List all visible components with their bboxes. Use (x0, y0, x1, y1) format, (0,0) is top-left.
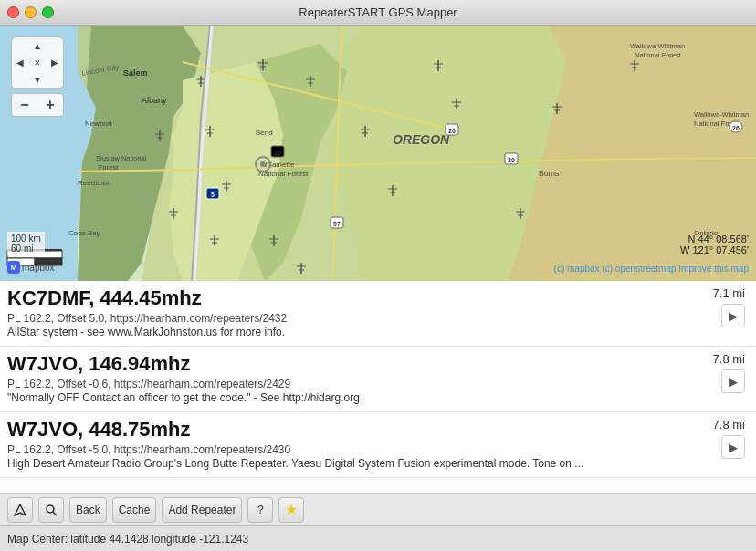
toolbar: Back Cache Add Repeater ? ★ (0, 493, 756, 525)
mapbox-logo: M mapbox (7, 261, 55, 274)
map-controls: ▲ ◀ ✕ ▶ ▼ − + (11, 36, 64, 117)
nav-topright (47, 38, 62, 53)
search-icon (45, 504, 58, 516)
repeater-title: W7JVO, 448.75mhz (7, 418, 681, 442)
svg-text:20: 20 (508, 157, 515, 163)
svg-text:26: 26 (448, 128, 456, 134)
nav-up[interactable]: ▲ (30, 38, 45, 53)
svg-text:26: 26 (732, 125, 740, 131)
repeater-title: W7JVO, 146.94mhz (7, 352, 681, 376)
repeater-right: 7.1 mi▶ (681, 286, 745, 327)
svg-text:20: 20 (274, 150, 281, 156)
svg-text:Burns: Burns (539, 169, 559, 178)
repeater-right: 7.8 mi▶ (681, 352, 745, 393)
map-zoom[interactable]: − + (11, 93, 64, 117)
repeater-note: "Normally OFF Contact an officer to get … (7, 391, 681, 404)
add-repeater-button[interactable]: Add Repeater (162, 497, 242, 523)
nav-bottomleft (13, 73, 27, 88)
nav-down[interactable]: ▼ (30, 73, 45, 88)
svg-line-94 (53, 512, 57, 515)
repeater-navigate-button[interactable]: ▶ (721, 435, 745, 459)
improve-map-link[interactable]: Improve this map (678, 264, 749, 274)
zoom-out-button[interactable]: − (15, 97, 34, 113)
location-button[interactable] (7, 497, 33, 523)
status-text: Map Center: latitude 44.1428 longitude -… (7, 533, 248, 546)
svg-text:97: 97 (333, 221, 341, 227)
mapbox-attribution[interactable]: (c) mapbox (554, 264, 600, 274)
nav-right[interactable]: ▶ (47, 56, 62, 70)
window-buttons (7, 6, 54, 18)
statusbar: Map Center: latitude 44.1428 longitude -… (0, 525, 756, 551)
repeater-item: KC7DMF, 444.45mhzPL 162.2, Offset 5.0, h… (0, 281, 756, 347)
coord-lat: N 44° 08.568' (680, 234, 749, 244)
repeater-navigate-button[interactable]: ▶ (721, 304, 745, 327)
window-title: RepeaterSTART GPS Mapper (299, 5, 457, 19)
titlebar: RepeaterSTART GPS Mapper (0, 0, 756, 26)
repeater-sub: PL 162.2, Offset 5.0, https://hearham.co… (7, 312, 681, 325)
svg-text:Salem: Salem (123, 68, 148, 78)
svg-text:Newport: Newport (85, 120, 113, 128)
repeater-list: KC7DMF, 444.45mhzPL 162.2, Offset 5.0, h… (0, 281, 756, 493)
map-scale: 100 km 60 mi (7, 232, 45, 255)
coord-lon: W 121° 07.456' (680, 244, 749, 255)
map-coordinates: N 44° 08.568' W 121° 07.456' (680, 234, 749, 255)
openstreetmap-attribution[interactable]: (c) openstreetmap (602, 264, 676, 274)
location-icon (14, 504, 26, 516)
svg-text:Wallowa-Whitman: Wallowa-Whitman (630, 42, 685, 50)
svg-text:Bend: Bend (256, 129, 273, 137)
svg-point-93 (47, 505, 54, 513)
map-attribution: (c) mapbox (c) openstreetmap Improve thi… (554, 264, 749, 274)
svg-text:Coos Bay: Coos Bay (68, 229, 100, 237)
favorites-button[interactable]: ★ (278, 497, 304, 523)
svg-text:Forest: Forest (99, 163, 119, 172)
help-button[interactable]: ? (247, 497, 273, 523)
repeater-navigate-button[interactable]: ▶ (721, 369, 745, 393)
search-button[interactable] (38, 497, 64, 523)
repeater-right: 7.8 mi▶ (681, 418, 745, 459)
nav-left[interactable]: ◀ (13, 56, 27, 70)
mapbox-label: mapbox (22, 263, 55, 273)
repeater-info: W7JVO, 448.75mhzPL 162.2, Offset -5.0, h… (7, 418, 681, 470)
repeater-title: KC7DMF, 444.45mhz (7, 286, 681, 310)
minimize-button[interactable] (25, 6, 37, 18)
map-area[interactable]: Salem Albany Newport Lincoln City Reedsp… (0, 26, 756, 281)
repeater-note: AllStar system - see www.MarkJohnston.us… (7, 326, 681, 338)
repeater-item: W7JVO, 448.75mhzPL 162.2, Offset -5.0, h… (0, 412, 756, 478)
repeater-item: W7JVO, 146.94mhzPL 162.2, Offset -0.6, h… (0, 347, 756, 412)
repeater-distance: 7.8 mi (713, 352, 745, 366)
repeater-distance: 7.8 mi (713, 418, 745, 431)
svg-point-36 (260, 161, 266, 167)
scale-km: 100 km (11, 234, 41, 244)
cache-button[interactable]: Cache (112, 497, 157, 523)
repeater-sub: PL 162.2, Offset -5.0, https://hearham.c… (7, 443, 681, 456)
mapbox-icon: M (7, 261, 20, 274)
svg-text:Reedsport: Reedsport (78, 179, 112, 187)
repeater-sub: PL 162.2, Offset -0.6, https://hearham.c… (7, 378, 681, 390)
svg-text:OREGON: OREGON (393, 132, 450, 147)
back-button[interactable]: Back (69, 497, 107, 523)
close-button[interactable] (7, 6, 19, 18)
nav-topleft (13, 38, 27, 53)
maximize-button[interactable] (42, 6, 54, 18)
repeater-info: KC7DMF, 444.45mhzPL 162.2, Offset 5.0, h… (7, 286, 681, 338)
svg-marker-92 (15, 504, 26, 515)
map-navigation[interactable]: ▲ ◀ ✕ ▶ ▼ (11, 36, 64, 89)
svg-text:5: 5 (211, 192, 215, 198)
repeater-distance: 7.1 mi (713, 286, 745, 300)
scale-mi: 60 mi (11, 244, 41, 254)
nav-center[interactable]: ✕ (30, 56, 45, 70)
svg-text:Siuslaw National: Siuslaw National (96, 154, 147, 162)
zoom-in-button[interactable]: + (40, 97, 59, 113)
nav-bottomright (47, 73, 62, 88)
svg-text:Albany: Albany (142, 96, 167, 105)
repeater-info: W7JVO, 146.94mhzPL 162.2, Offset -0.6, h… (7, 352, 681, 404)
svg-text:National Forest: National Forest (635, 51, 682, 59)
svg-text:Wallowa-Whitman: Wallowa-Whitman (694, 110, 749, 119)
repeater-note: High Desert Amateur Radio Group's Long B… (7, 457, 681, 470)
